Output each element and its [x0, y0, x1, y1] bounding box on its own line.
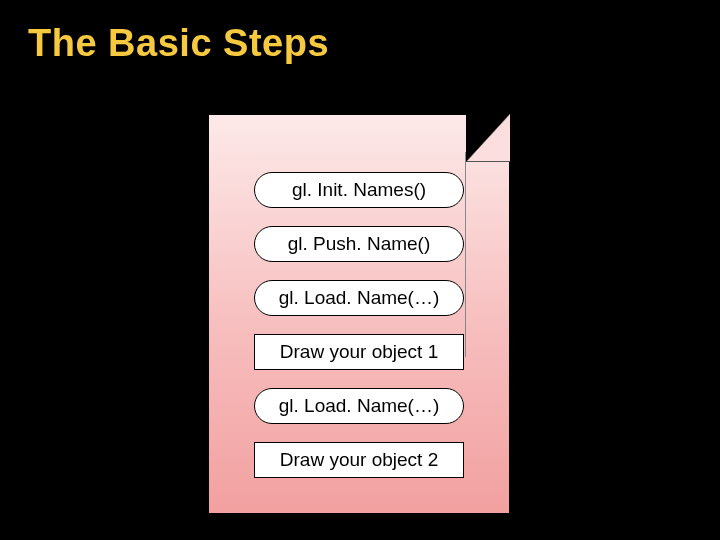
- step-gl-push-name: gl. Push. Name(): [254, 226, 464, 262]
- dogear-mask: [466, 114, 510, 162]
- step-gl-init-names: gl. Init. Names(): [254, 172, 464, 208]
- diagram-card: Render. Scene gl. Init. Names() gl. Push…: [208, 114, 510, 514]
- step-gl-load-name-1: gl. Load. Name(…): [254, 280, 464, 316]
- step-gl-load-name-2: gl. Load. Name(…): [254, 388, 464, 424]
- steps-container: gl. Init. Names() gl. Push. Name() gl. L…: [208, 172, 510, 478]
- step-draw-object-1: Draw your object 1: [254, 334, 464, 370]
- step-draw-object-2: Draw your object 2: [254, 442, 464, 478]
- slide-title: The Basic Steps: [0, 0, 720, 75]
